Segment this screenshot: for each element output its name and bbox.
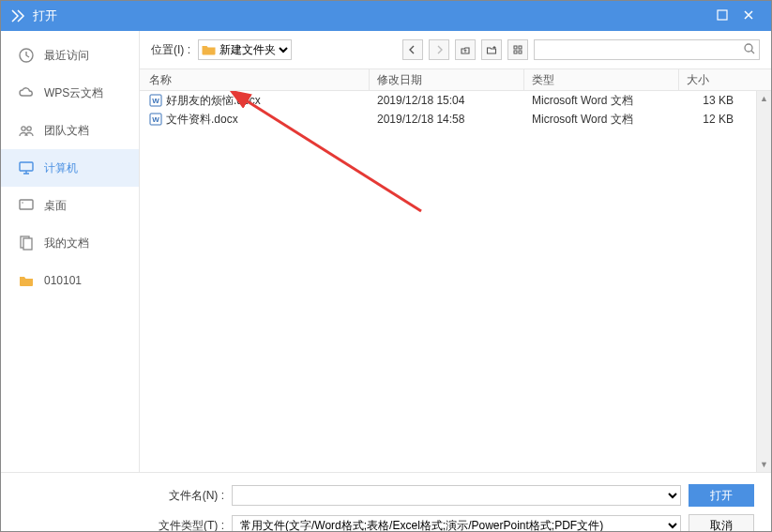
sidebar-item-computer[interactable]: 计算机 <box>1 149 139 187</box>
app-logo-icon <box>10 8 25 23</box>
desktop-icon <box>18 197 35 214</box>
svg-rect-11 <box>514 51 517 53</box>
vertical-scrollbar[interactable]: ▲ ▼ <box>756 91 771 472</box>
scroll-down-button[interactable]: ▼ <box>757 457 771 472</box>
sidebar-item-recent[interactable]: 最近访问 <box>1 37 139 74</box>
column-name[interactable]: 名称 <box>140 69 370 90</box>
sidebar-item-documents[interactable]: 我的文档 <box>1 224 139 262</box>
folder-icon <box>202 42 217 57</box>
svg-text:W: W <box>152 97 159 105</box>
file-name: 好朋友的烦恼.docx <box>166 93 261 109</box>
team-icon <box>18 122 35 139</box>
cancel-button[interactable]: 取消 <box>689 514 754 532</box>
svg-rect-0 <box>718 10 727 20</box>
sidebar-item-label: 桌面 <box>44 198 67 214</box>
search-box <box>534 39 760 60</box>
sidebar-item-label: WPS云文档 <box>44 85 103 101</box>
svg-rect-9 <box>514 46 517 49</box>
file-row[interactable]: W 文件资料.docx 2019/12/18 14:58 Microsoft W… <box>140 110 771 129</box>
location-label: 位置(I) : <box>151 42 190 58</box>
svg-rect-5 <box>20 200 33 209</box>
file-list: W 好朋友的烦恼.docx 2019/12/18 15:04 Microsoft… <box>140 91 771 472</box>
sidebar-item-team[interactable]: 团队文档 <box>1 112 139 149</box>
titlebar: 打开 <box>1 1 771 31</box>
column-date[interactable]: 修改日期 <box>370 69 524 90</box>
clock-icon <box>18 47 35 64</box>
view-button[interactable] <box>507 39 528 60</box>
svg-rect-10 <box>519 46 522 49</box>
file-type: Microsoft Word 文档 <box>524 112 679 128</box>
file-row[interactable]: W 好朋友的烦恼.docx 2019/12/18 15:04 Microsoft… <box>140 91 771 110</box>
column-type[interactable]: 类型 <box>524 69 679 90</box>
search-icon[interactable] <box>743 42 756 55</box>
documents-icon <box>18 235 35 251</box>
sidebar-item-label: 我的文档 <box>44 236 89 251</box>
filetype-combo[interactable]: 常用文件(文字/Word格式;表格/Excel格式;演示/PowerPoint格… <box>232 515 681 532</box>
svg-rect-4 <box>20 162 33 171</box>
folder-icon <box>18 272 35 289</box>
cloud-icon <box>18 84 35 101</box>
file-name: 文件资料.docx <box>166 112 238 128</box>
svg-point-6 <box>22 202 23 204</box>
svg-rect-8 <box>23 238 32 250</box>
file-date: 2019/12/18 15:04 <box>370 94 524 107</box>
sidebar-item-label: 最近访问 <box>44 48 89 64</box>
scroll-up-button[interactable]: ▲ <box>757 91 771 106</box>
svg-point-13 <box>745 44 752 52</box>
sidebar-item-label: 010101 <box>44 274 82 287</box>
filename-label: 文件名(N) : <box>151 488 224 504</box>
file-type: Microsoft Word 文档 <box>524 93 679 109</box>
word-doc-icon: W <box>149 113 162 126</box>
computer-icon <box>18 160 35 176</box>
close-button[interactable] <box>735 8 762 23</box>
new-folder-button[interactable] <box>481 39 502 60</box>
svg-text:W: W <box>152 115 159 124</box>
forward-button[interactable] <box>429 39 449 60</box>
column-size[interactable]: 大小 <box>679 69 771 90</box>
sidebar-item-desktop[interactable]: 桌面 <box>1 187 139 224</box>
sidebar-item-cloud[interactable]: WPS云文档 <box>1 74 139 112</box>
word-doc-icon: W <box>149 94 162 107</box>
svg-rect-12 <box>519 51 522 53</box>
window-title: 打开 <box>33 8 57 24</box>
open-button[interactable]: 打开 <box>689 484 754 507</box>
search-input[interactable] <box>534 39 760 60</box>
filename-combo[interactable] <box>232 485 681 506</box>
location-bar: 位置(I) : 新建文件夹 <box>140 31 771 68</box>
filetype-label: 文件类型(T) : <box>151 518 224 533</box>
sidebar: 最近访问 WPS云文档 团队文档 计算机 桌面 我的文档 010101 <box>1 31 140 472</box>
maximize-button[interactable] <box>709 8 735 23</box>
svg-point-2 <box>22 127 25 130</box>
sidebar-item-folder-010101[interactable]: 010101 <box>1 262 139 299</box>
file-list-header: 名称 修改日期 类型 大小 <box>140 68 771 91</box>
back-button[interactable] <box>402 39 423 60</box>
dialog-footer: 文件名(N) : 打开 文件类型(T) : 常用文件(文字/Word格式;表格/… <box>1 472 771 532</box>
up-button[interactable] <box>455 39 476 60</box>
sidebar-item-label: 团队文档 <box>44 123 89 139</box>
svg-point-3 <box>27 127 31 130</box>
file-date: 2019/12/18 14:58 <box>370 113 524 126</box>
sidebar-item-label: 计算机 <box>44 160 78 176</box>
